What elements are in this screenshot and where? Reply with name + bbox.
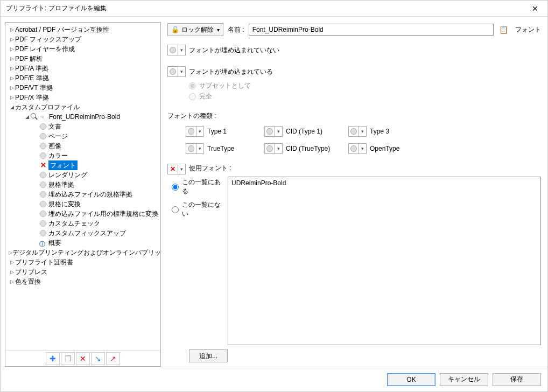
tree-label: PDF/E 準拠 [15,73,49,83]
tree-label: カスタムフィックスアップ [48,228,126,238]
chevron-right-icon[interactable] [9,83,15,93]
unlock-button[interactable]: ロック解除 [167,23,223,36]
ft-label: CID (Type 1) [286,128,322,135]
chevron-right-icon[interactable] [9,267,15,277]
not-in-list-radio[interactable] [172,206,179,213]
chevron-down-icon[interactable] [178,164,185,174]
tree-label: 埋め込みファイル用の標準規格に変換 [48,209,158,219]
full-radio[interactable] [189,93,196,100]
add-font-button[interactable]: 追加... [189,349,228,362]
tree-item[interactable]: PDF フィックスアップ [6,34,159,44]
chevron-right-icon[interactable] [9,64,15,73]
tree-toolbar: ✚ ❐ ✕ ↘ ↗ [5,350,160,366]
chevron-down-icon[interactable] [275,144,282,153]
duplicate-button[interactable]: ❐ [61,352,75,365]
severity-selector[interactable] [167,66,186,77]
tree-item[interactable]: デジタルプリンティングおよびオンラインパブリッシング [6,248,159,257]
export-button[interactable]: ↗ [106,352,120,365]
font-list[interactable]: UDReiminPro-Bold [228,177,541,345]
chevron-down-icon[interactable] [275,127,282,136]
tree-item[interactable]: PDF/E 準拠 [6,73,159,83]
import-button[interactable]: ↘ [91,352,105,365]
bullet-icon [40,143,46,149]
tree-item-font[interactable]: フォント [6,160,159,170]
chevron-down-icon[interactable] [359,144,366,153]
tree-item[interactable]: 規格に変換 [6,199,159,209]
chevron-right-icon[interactable] [9,73,15,83]
bullet-icon [40,191,46,198]
chevron-down-icon[interactable] [359,127,366,136]
ft-label: OpenType [370,145,399,152]
full-radio-row: 完全 [189,91,541,102]
chevron-down-icon[interactable] [9,102,15,112]
tree-item[interactable]: Acrobat / PDF バージョン互換性 [6,25,159,34]
tree-item[interactable]: PDF レイヤーを作成 [6,44,159,54]
chevron-right-icon[interactable] [9,93,15,102]
tree-item[interactable]: 埋め込みファイルの規格準拠 [6,190,159,199]
severity-selector[interactable] [186,143,204,154]
severity-selector[interactable] [264,126,283,137]
chevron-down-icon[interactable] [216,26,220,33]
severity-selector[interactable] [186,126,204,137]
tree-item-summary[interactable]: 概要 [6,238,159,248]
tree-item-custom-profile[interactable]: カスタムプロファイル [6,102,159,112]
tree-item[interactable]: 規格準拠 [6,180,159,190]
chevron-down-icon[interactable] [196,144,203,153]
name-input[interactable] [249,24,494,36]
add-button[interactable]: ✚ [46,352,60,365]
clipboard-icon[interactable] [498,24,509,36]
check-label: フォントが埋め込まれていない [189,46,279,55]
list-item[interactable]: UDReiminPro-Bold [231,179,537,187]
tree-item[interactable]: PDF/A 準拠 [6,64,159,73]
cancel-button[interactable]: キャンセル [440,373,488,386]
severity-selector[interactable] [167,164,186,174]
tree-item[interactable]: ページ [6,131,159,141]
not-in-list-radio-row[interactable]: この一覧にない [172,200,224,219]
in-list-radio-row[interactable]: この一覧にある [172,178,224,196]
chevron-right-icon[interactable] [9,54,15,64]
tree-item[interactable]: 色を置換 [6,277,159,286]
chevron-right-icon[interactable] [9,248,12,257]
chevron-down-icon[interactable] [196,127,203,136]
font-type-item: Type 3 [348,126,424,137]
tree-item[interactable]: レンダリング [6,170,159,180]
tree-item-profile[interactable]: Font_UDReiminPro-Bold [6,112,159,122]
ok-button[interactable]: OK [387,373,435,386]
tree-item[interactable]: カスタムチェック [6,219,159,228]
chevron-right-icon[interactable] [9,25,15,34]
chevron-right-icon[interactable] [9,34,15,44]
font-type-item: CID (Type 1) [264,126,345,137]
tree-item[interactable]: 画像 [6,141,159,151]
profile-tree[interactable]: Acrobat / PDF バージョン互換性 PDF フィックスアップ PDF … [5,23,160,350]
chevron-down-icon[interactable] [178,67,185,76]
chevron-down-icon[interactable] [24,112,30,122]
tree-item[interactable]: プリプレス [6,267,159,277]
chevron-right-icon[interactable] [9,277,15,286]
tree-item[interactable]: プリフライト証明書 [6,257,159,267]
tree-item[interactable]: PDF/X 準拠 [6,93,159,102]
tree-label: カスタムプロファイル [15,102,80,112]
info-icon [39,239,47,247]
tree-item[interactable]: 文書 [6,122,159,131]
in-list-radio[interactable] [172,184,179,191]
used-font-radios: この一覧にある この一覧にない [172,178,224,219]
severity-selector[interactable] [348,126,367,137]
severity-selector[interactable] [348,143,367,154]
close-button[interactable]: ✕ [523,1,547,17]
tree-item[interactable]: PDF/VT 準拠 [6,83,159,93]
save-button[interactable]: 保存 [493,373,541,386]
tree-item[interactable]: カラー [6,151,159,160]
severity-selector[interactable] [264,143,283,154]
chevron-right-icon[interactable] [9,44,15,54]
tree-item[interactable]: PDF 解析 [6,54,159,64]
tree-label: 規格準拠 [48,180,74,190]
chevron-right-icon[interactable] [9,257,15,267]
delete-button[interactable]: ✕ [76,352,90,365]
tree-item[interactable]: 埋め込みファイル用の標準規格に変換 [6,209,159,219]
tree-item[interactable]: カスタムフィックスアップ [6,228,159,238]
header-row: ロック解除 名前 : フォント [167,22,541,37]
severity-selector[interactable] [167,45,186,55]
circle-icon [265,145,275,152]
chevron-down-icon[interactable] [178,45,185,55]
subset-radio[interactable] [189,82,196,89]
